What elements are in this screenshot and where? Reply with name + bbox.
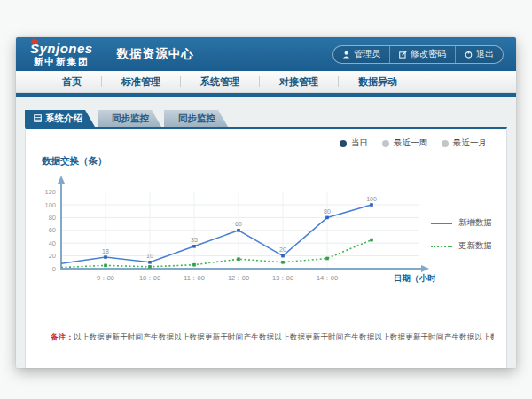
logo-sub: 新中新集团	[30, 57, 93, 66]
logout-button[interactable]: 退出	[456, 46, 503, 63]
user-toolbar: 管理员 修改密码 退出	[332, 45, 504, 64]
tab-sync-monitor-1[interactable]: 同步监控	[98, 110, 161, 127]
data-point-marker	[192, 263, 196, 267]
data-point-label: 18	[102, 248, 109, 254]
data-point-label: 80	[324, 208, 331, 215]
app-window: Synjones 新中新集团 数据资源中心 管理员 修改密码	[16, 37, 516, 368]
x-tick-label: 13：00	[272, 274, 293, 282]
radio-dot-icon	[382, 140, 389, 147]
chart-card: 当日 最近一周 最近一月 数据交换（条） 0204060801001209：00…	[25, 127, 507, 368]
data-point-marker	[281, 261, 285, 264]
logout-label: 退出	[476, 48, 494, 60]
data-point-marker	[237, 229, 240, 232]
tab-system-intro[interactable]: 系统介绍	[25, 110, 95, 127]
data-point-marker	[237, 257, 240, 261]
radio-today[interactable]: 当日	[340, 137, 368, 149]
app-header: Synjones 新中新集团 数据资源中心 管理员 修改密码	[16, 37, 516, 71]
nav-item-integration-management[interactable]: 对接管理	[260, 76, 339, 87]
footnote: 备注：以上数据更新于时间产生数据以上数据更新于时间产生数据以上数据更新于时间产生…	[51, 332, 494, 343]
blue-line-swatch-icon	[431, 223, 452, 224]
y-tick-label: 80	[49, 214, 56, 222]
radio-last-week[interactable]: 最近一周	[382, 137, 427, 149]
content-area: 系统介绍 同步监控 同步监控 当日 最近一周	[16, 97, 516, 368]
data-point-label: 10	[146, 253, 153, 259]
nav-item-home[interactable]: 首页	[43, 76, 102, 87]
legend-item-new-data: 新增数据	[431, 217, 492, 229]
tab-bar: 系统介绍 同步监控 同步监控	[25, 110, 228, 127]
y-tick-label: 0	[52, 265, 56, 273]
radio-label: 当日	[351, 137, 368, 149]
legend-item-updated-data: 更新数据	[431, 240, 492, 252]
radio-label: 最近一月	[453, 137, 487, 149]
footnote-prefix: 备注：	[51, 332, 74, 341]
y-axis-arrow-icon	[58, 176, 65, 184]
data-point-marker	[370, 239, 373, 242]
y-axis-title: 数据交换（条）	[42, 155, 107, 168]
data-point-marker	[281, 254, 285, 258]
x-tick-label: 14：00	[317, 274, 338, 282]
data-point-marker	[148, 265, 152, 269]
data-point-label: 60	[235, 221, 242, 227]
legend-label: 更新数据	[458, 240, 492, 252]
legend-label: 新增数据	[458, 217, 492, 229]
tab-label: 同步监控	[178, 113, 215, 125]
user-icon	[342, 51, 350, 59]
series-legend: 新增数据 更新数据	[431, 217, 492, 252]
y-tick-label: 100	[44, 201, 56, 209]
data-point-marker	[325, 257, 329, 261]
logo: Synjones 新中新集团	[30, 42, 93, 66]
x-tick-label: 12：00	[228, 274, 249, 282]
user-button[interactable]: 管理员	[333, 46, 390, 63]
edit-icon	[399, 51, 407, 59]
header-divider	[106, 44, 106, 64]
data-point-label: 100	[366, 196, 377, 202]
main-nav: 首页 标准管理 系统管理 对接管理 数据异动	[16, 71, 516, 93]
x-tick-label: 10：00	[139, 274, 160, 282]
data-point-marker	[370, 203, 373, 207]
line-chart: 0204060801001209：0010：0011：0012：0013：001…	[36, 171, 435, 295]
x-axis-title: 日期（小时）	[394, 273, 435, 284]
green-dotted-swatch-icon	[431, 246, 452, 247]
change-password-button[interactable]: 修改密码	[390, 46, 456, 63]
data-point-marker	[104, 264, 107, 268]
radio-dot-icon	[442, 140, 449, 147]
data-point-marker	[325, 216, 329, 220]
x-tick-label: 9：00	[97, 274, 114, 282]
page-title: 数据资源中心	[117, 46, 194, 62]
logo-main: Synjones	[30, 42, 93, 55]
x-axis-arrow-icon	[421, 265, 429, 272]
y-tick-label: 120	[44, 188, 56, 196]
footnote-text: 以上数据更新于时间产生数据以上数据更新于时间产生数据以上数据更新于时间产生数据以…	[74, 332, 494, 341]
nav-item-standard-management[interactable]: 标准管理	[102, 76, 181, 87]
tab-label: 系统介绍	[45, 113, 82, 125]
data-point-marker	[104, 255, 107, 259]
radio-dot-icon	[340, 140, 347, 147]
tab-label: 同步监控	[112, 113, 149, 125]
user-label: 管理员	[354, 48, 380, 60]
data-point-marker	[192, 245, 196, 248]
radio-last-month[interactable]: 最近一月	[442, 137, 487, 149]
nav-item-data-change[interactable]: 数据异动	[339, 76, 417, 87]
document-grid-icon	[34, 113, 42, 124]
data-point-marker	[148, 261, 152, 264]
y-tick-label: 40	[49, 239, 56, 247]
radio-label: 最近一周	[394, 137, 427, 149]
power-icon	[465, 51, 473, 59]
tab-sync-monitor-2[interactable]: 同步监控	[164, 110, 228, 127]
data-point-label: 20	[279, 246, 286, 253]
x-tick-label: 11：00	[184, 274, 205, 282]
change-password-label: 修改密码	[411, 48, 446, 60]
time-range-radio-group: 当日 最近一周 最近一月	[340, 137, 487, 149]
y-tick-label: 60	[49, 226, 56, 234]
y-tick-label: 20	[49, 252, 56, 260]
nav-item-system-management[interactable]: 系统管理	[181, 76, 260, 87]
data-point-label: 35	[191, 237, 198, 243]
